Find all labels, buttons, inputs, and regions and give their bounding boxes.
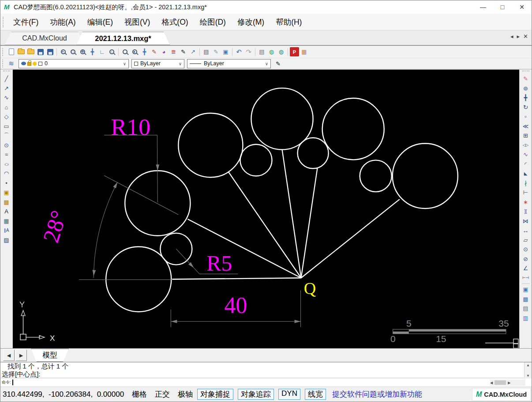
- ucs-y-label[interactable]: [20, 302, 24, 307]
- menu-item-5[interactable]: 绘图(D): [194, 14, 232, 30]
- scroll-down-icon[interactable]: ▼: [526, 374, 530, 378]
- feedback-link[interactable]: 提交软件问题或增加新功能: [332, 389, 422, 399]
- draw-rectangle-icon[interactable]: ▭: [2, 122, 11, 131]
- make-block-icon[interactable]: ▩: [2, 197, 11, 207]
- zoom-in-icon[interactable]: +: [59, 47, 68, 56]
- layers-manager-icon[interactable]: ≋: [7, 59, 16, 68]
- new-file-icon[interactable]: [7, 47, 16, 56]
- draw-hatch-icon[interactable]: ▨: [2, 235, 11, 245]
- find-icon[interactable]: [120, 47, 130, 56]
- chevron-down-icon[interactable]: ∨: [122, 61, 127, 66]
- move-view-icon[interactable]: ╋: [140, 47, 149, 56]
- drawing-canvas[interactable]: R1028°R540Q535015X: [13, 70, 519, 348]
- drawing-ray[interactable]: [301, 168, 318, 278]
- spline-edit-icon[interactable]: ∿: [521, 150, 531, 160]
- scroll-right-icon[interactable]: ▶: [508, 381, 510, 385]
- brand-badge[interactable]: M CAD.MxCloud: [472, 388, 531, 401]
- command-horizontal-scrollbar[interactable]: ◀ ▶: [490, 380, 525, 386]
- model-tab[interactable]: 模型: [31, 349, 69, 362]
- offset-icon[interactable]: ≪: [521, 122, 531, 131]
- ucs-origin-box[interactable]: [20, 334, 26, 340]
- minimize-button[interactable]: —: [473, 0, 493, 14]
- tab-prev-icon[interactable]: ◂: [510, 33, 513, 40]
- layout-next-button[interactable]: ▶: [15, 350, 27, 361]
- toggle-线宽[interactable]: 线宽: [305, 389, 326, 400]
- array-icon[interactable]: ⊞: [521, 131, 531, 141]
- toolbar-grip[interactable]: [2, 60, 4, 67]
- drawing-circle[interactable]: [178, 113, 243, 178]
- dim-radius-icon[interactable]: ⊙: [521, 245, 531, 254]
- copy-icon[interactable]: ⊚: [521, 84, 531, 93]
- draworder-below-icon[interactable]: ▥: [521, 313, 531, 323]
- drawing-ray[interactable]: [172, 278, 301, 279]
- point-label-q[interactable]: Q: [304, 279, 316, 298]
- scroll-up-icon[interactable]: ▲: [526, 363, 530, 367]
- chevron-down-icon[interactable]: ∨: [177, 61, 183, 66]
- close-button[interactable]: ✕: [512, 0, 532, 14]
- linetype-select[interactable]: ByLayer ∨: [187, 59, 271, 68]
- dimension-text[interactable]: R5: [206, 251, 232, 275]
- dimension-text[interactable]: R10: [111, 114, 150, 140]
- stretch-icon[interactable]: ↔: [521, 226, 531, 235]
- command-window[interactable]: 找到 1 个，总计 1 个 选择[中心点]: ▲ ▼ 命令: ◀ ▶: [0, 362, 532, 387]
- draw-circle-icon[interactable]: ⊙: [2, 141, 11, 150]
- dimension-arrowhead[interactable]: [93, 270, 96, 276]
- web-cloud-icon[interactable]: ◍: [277, 47, 286, 56]
- drawing-ray[interactable]: [301, 199, 400, 278]
- drawing-ray[interactable]: [282, 149, 301, 278]
- palette-icon[interactable]: ◕: [159, 47, 169, 56]
- draw-line-icon[interactable]: ╱: [2, 74, 11, 84]
- menu-item-4[interactable]: 格式(O): [156, 14, 194, 30]
- zoom-window-icon[interactable]: □: [68, 47, 78, 56]
- dimension-arc[interactable]: [94, 182, 117, 278]
- draw-table-icon[interactable]: ▦: [2, 216, 11, 226]
- dim-diameter-icon[interactable]: ⊘: [521, 254, 531, 264]
- menu-item-7[interactable]: 帮助(H): [270, 14, 307, 30]
- draw-text-icon[interactable]: A: [2, 207, 11, 216]
- break-icon[interactable]: ][: [521, 207, 531, 216]
- join-icon[interactable]: ⋈: [521, 216, 531, 226]
- zoom-extents-icon[interactable]: ✥: [78, 47, 87, 56]
- scrollbar-thumb[interactable]: [495, 380, 506, 385]
- mirror-icon[interactable]: ◁▷: [521, 141, 531, 150]
- draw-point-icon[interactable]: •: [2, 179, 11, 188]
- palette-grip[interactable]: [522, 71, 529, 73]
- erase-icon[interactable]: ✎: [521, 74, 531, 84]
- scale-label[interactable]: 35: [498, 318, 509, 328]
- web-green-icon[interactable]: ◍: [267, 47, 276, 56]
- undo-icon[interactable]: ↶: [234, 47, 244, 56]
- layer-visibility-icon[interactable]: [21, 62, 26, 65]
- scale-icon[interactable]: ▱: [521, 235, 531, 245]
- window-icon[interactable]: ▣: [221, 47, 230, 56]
- dim-angular-icon[interactable]: ∠: [521, 264, 531, 273]
- toolbar-grip[interactable]: [2, 48, 4, 56]
- cad-drawing[interactable]: R1028°R540Q535015X: [13, 70, 519, 348]
- mode-正交[interactable]: 正交: [155, 389, 170, 399]
- draw-revcloud-icon[interactable]: ◠: [2, 169, 11, 179]
- tab-drawing-file[interactable]: 2021.12.13.mxg*: [76, 32, 170, 45]
- pdf-export-icon[interactable]: P: [290, 47, 299, 56]
- select-rect-icon[interactable]: ▫: [521, 112, 531, 122]
- layer-lock-icon[interactable]: [27, 62, 31, 66]
- maximize-button[interactable]: □: [493, 0, 512, 14]
- scale-bar-segment[interactable]: [409, 329, 506, 331]
- toggle-DYN[interactable]: DYN: [278, 389, 300, 400]
- trim-icon[interactable]: ∤: [521, 179, 531, 188]
- draw-xline-icon[interactable]: ↗: [2, 84, 11, 93]
- draw-mtext-icon[interactable]: ∥A: [2, 226, 11, 235]
- layer-color-swatch[interactable]: [38, 62, 42, 66]
- menu-item-2[interactable]: 编辑(E): [82, 14, 119, 30]
- draw-polygon2-icon[interactable]: ◇: [2, 112, 11, 122]
- scale-label[interactable]: 0: [390, 334, 396, 344]
- ucs-x-label[interactable]: X: [50, 334, 55, 342]
- toggle-对象追踪[interactable]: 对象追踪: [238, 389, 274, 400]
- select-brush-icon[interactable]: ✎: [211, 47, 221, 56]
- draw-ellipse-icon[interactable]: ○: [2, 160, 11, 169]
- menu-item-1[interactable]: 功能(A): [44, 14, 81, 30]
- menu-item-0[interactable]: 文件(F): [7, 14, 44, 30]
- pan-icon[interactable]: ╋: [88, 47, 97, 56]
- draw-pen-icon[interactable]: ✎: [150, 47, 159, 56]
- fillet-icon[interactable]: ◜: [521, 160, 531, 169]
- draworder-above-icon[interactable]: ▤: [521, 304, 531, 313]
- print-icon[interactable]: ▤: [257, 47, 266, 56]
